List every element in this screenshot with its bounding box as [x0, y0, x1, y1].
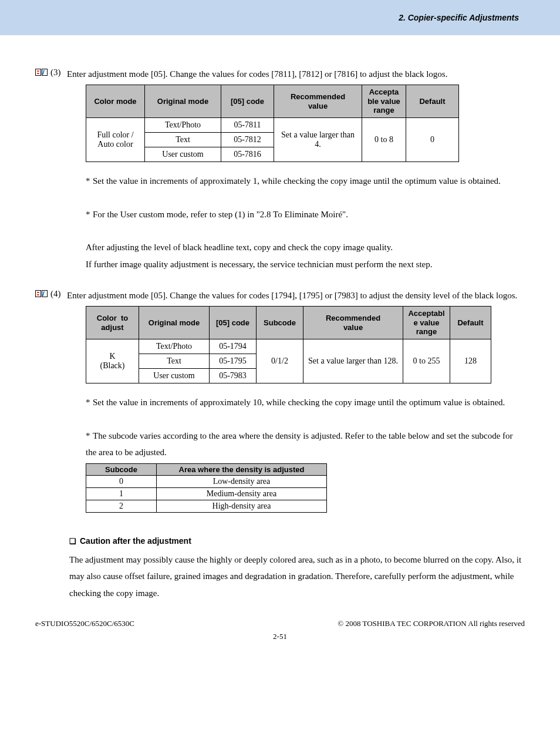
step-number: (4) [50, 289, 67, 302]
page-body: (3) Enter adjustment mode [05]. Change t… [0, 35, 560, 619]
th-recommended: Recommendedvalue [274, 85, 362, 118]
step-icons [35, 289, 50, 302]
checkbox-icon: ❏ [69, 537, 76, 546]
footer-right: © 2008 TOSHIBA TEC CORPORATION All right… [338, 619, 525, 628]
cell-color-mode: Full color / Auto color [86, 118, 145, 162]
step-number: (3) [50, 68, 67, 81]
cell-original: Text [145, 133, 221, 147]
th-original-mode: Original mode [139, 307, 210, 339]
cell-area: High-density area [157, 500, 327, 512]
caution-body: The adjustment may possibly cause the hi… [69, 551, 525, 602]
caution-heading: ❏Caution after the adjustment [69, 536, 525, 546]
cell-default: 128 [450, 339, 491, 383]
step-4: (4) Enter adjustment mode [05]. Change t… [35, 289, 525, 302]
note-2a: *Set the value in increments of approxim… [86, 394, 525, 411]
table-1: Color mode Original mode [05] code Recom… [86, 85, 459, 162]
th-recommended: Recommendedvalue [303, 307, 403, 339]
tool-icon [42, 69, 48, 76]
cell-original: Text [139, 354, 210, 369]
th-range: Acceptable valuerange [362, 85, 406, 118]
cell-code: 05-7983 [210, 369, 257, 383]
step-icons [35, 68, 50, 81]
cell-code: 05-1795 [210, 354, 257, 369]
note-2b: *The subcode varies according to the are… [86, 428, 525, 461]
note-1d: If further image quality adjustment is n… [86, 256, 525, 273]
th-subcode: Subcode [86, 463, 157, 475]
section-title: 2. Copier-specific Adjustments [399, 13, 519, 22]
th-original-mode: Original mode [145, 85, 221, 118]
cell-code: 05-7812 [221, 133, 274, 147]
step-text: Enter adjustment mode [05]. Change the v… [67, 68, 525, 81]
caution-title: Caution after the adjustment [80, 536, 191, 546]
tool-icon [42, 290, 48, 297]
barcode-icon [35, 69, 41, 76]
note-1a: *Set the value in increments of approxim… [86, 173, 525, 190]
cell-area: Low-density area [157, 475, 327, 487]
cell-sub: 0 [86, 475, 157, 487]
cell-color-adj: K(Black) [86, 339, 139, 383]
note-text: Set the value in increments of approxima… [93, 176, 501, 186]
cell-area: Medium-density area [157, 487, 327, 500]
step-text: Enter adjustment mode [05]. Change the v… [67, 289, 525, 302]
footer: e-STUDIO5520C/6520C/6530C © 2008 TOSHIBA… [0, 619, 560, 659]
cell-range: 0 to 8 [362, 118, 406, 162]
note-1c: After adjusting the level of black headl… [86, 239, 525, 256]
footer-left: e-STUDIO5520C/6520C/6530C [35, 619, 134, 628]
cell-original: Text/Photo [139, 339, 210, 354]
note-1b: *For the User custom mode, refer to step… [86, 206, 525, 223]
footer-page-number: 2-51 [35, 632, 525, 641]
cell-code: 05-7816 [221, 147, 274, 162]
th-subcode: Subcode [257, 307, 303, 339]
cell-code: 05-7811 [221, 118, 274, 133]
note-text: For the User custom mode, refer to step … [93, 210, 348, 219]
cell-original: Text/Photo [145, 118, 221, 133]
cell-default: 0 [406, 118, 459, 162]
th-color-mode: Color mode [86, 85, 145, 118]
cell-code: 05-1794 [210, 339, 257, 354]
cell-sub: 1 [86, 487, 157, 500]
cell-range: 0 to 255 [403, 339, 450, 383]
th-area: Area where the density is adjusted [157, 463, 327, 475]
note-text: After adjusting the level of black headl… [86, 243, 393, 252]
cell-sub: 2 [86, 500, 157, 512]
th-default: Default [450, 307, 491, 339]
cell-subcode: 0/1/2 [257, 339, 303, 383]
step-3: (3) Enter adjustment mode [05]. Change t… [35, 68, 525, 81]
header-bar: 2. Copier-specific Adjustments [0, 0, 560, 35]
th-default: Default [406, 85, 459, 118]
th-05-code: [05] code [210, 307, 257, 339]
th-05-code: [05] code [221, 85, 274, 118]
note-text: The subcode varies according to the area… [86, 431, 513, 457]
note-text: If further image quality adjustment is n… [86, 260, 433, 269]
cell-original: User custom [145, 147, 221, 162]
table-3: Subcode Area where the density is adjust… [86, 463, 327, 513]
cell-rec: Set a value larger than 4. [274, 118, 362, 162]
th-range: Acceptable valuerange [403, 307, 450, 339]
barcode-icon [35, 290, 41, 297]
cell-rec: Set a value larger than 128. [303, 339, 403, 383]
cell-original: User custom [139, 369, 210, 383]
table-2: Color toadjust Original mode [05] code S… [86, 306, 491, 383]
note-text: Set the value in increments of approxima… [93, 398, 505, 407]
th-color-adjust: Color toadjust [86, 307, 139, 339]
